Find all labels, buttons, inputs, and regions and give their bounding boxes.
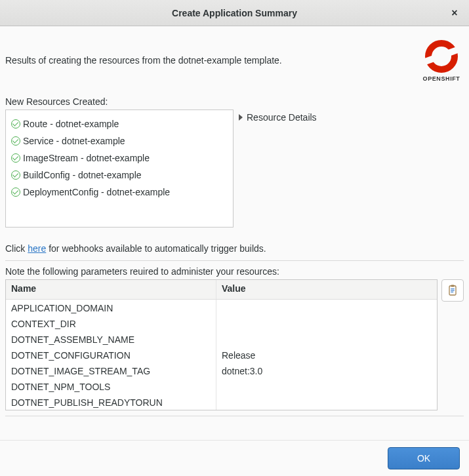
- result-summary-text: Results of creating the resources from t…: [5, 55, 282, 66]
- col-header-name[interactable]: Name: [6, 280, 216, 299]
- params-table: Name Value APPLICATION_DOMAIN CONTEXT_DI…: [5, 279, 438, 410]
- clipboard-icon: [447, 285, 458, 296]
- resource-label: DeploymentConfig - dotnet-example: [23, 185, 170, 199]
- webhook-link[interactable]: here: [28, 243, 46, 254]
- check-icon: [11, 119, 20, 129]
- resource-label: BuildConfig - dotnet-example: [23, 168, 142, 182]
- list-item[interactable]: Route - dotnet-example: [11, 115, 228, 132]
- webhook-hint: Click here for webhooks available to aut…: [5, 243, 464, 254]
- new-resources-label: New Resources Created:: [5, 96, 464, 107]
- param-value: [216, 394, 437, 410]
- table-row[interactable]: DOTNET_ASSEMBLY_NAME: [6, 331, 437, 347]
- check-icon: [11, 136, 20, 146]
- list-item[interactable]: Service - dotnet-example: [11, 132, 228, 149]
- resource-label: ImageStream - dotnet-example: [23, 151, 150, 165]
- svg-rect-5: [451, 290, 455, 290]
- list-item[interactable]: DeploymentConfig - dotnet-example: [11, 184, 228, 201]
- resources-list[interactable]: Route - dotnet-example Service - dotnet-…: [5, 109, 234, 228]
- param-name: DOTNET_PUBLISH_READYTORUN: [6, 394, 216, 410]
- list-item[interactable]: ImageStream - dotnet-example: [11, 149, 228, 167]
- param-name: CONTEXT_DIR: [6, 315, 216, 331]
- resource-label: Service - dotnet-example: [23, 134, 125, 148]
- svg-rect-6: [451, 292, 453, 292]
- close-icon[interactable]: ×: [448, 7, 461, 19]
- check-icon: [11, 153, 20, 163]
- resource-details-label: Resource Details: [247, 112, 317, 123]
- resource-label: Route - dotnet-example: [23, 117, 119, 131]
- table-row[interactable]: APPLICATION_DOMAIN: [6, 300, 437, 315]
- param-name: APPLICATION_DOMAIN: [6, 300, 216, 315]
- params-table-header: Name Value: [6, 280, 437, 300]
- param-name: DOTNET_IMAGE_STREAM_TAG: [6, 363, 216, 378]
- resource-details-toggle[interactable]: Resource Details: [239, 109, 317, 123]
- param-name: DOTNET_ASSEMBLY_NAME: [6, 331, 216, 347]
- svg-rect-4: [451, 288, 455, 289]
- table-row[interactable]: DOTNET_PUBLISH_READYTORUN: [6, 394, 437, 410]
- param-value: [216, 331, 437, 347]
- params-note: Note the following parameters reuired to…: [5, 266, 464, 277]
- webhook-prefix: Click: [5, 243, 28, 254]
- title-bar: Create Application Summary ×: [0, 0, 469, 26]
- col-header-value[interactable]: Value: [216, 280, 437, 299]
- table-row[interactable]: CONTEXT_DIR: [6, 315, 437, 331]
- param-name: DOTNET_NPM_TOOLS: [6, 378, 216, 394]
- svg-rect-3: [451, 285, 455, 287]
- param-value: dotnet:3.0: [216, 363, 437, 378]
- chevron-right-icon: [239, 114, 243, 121]
- openshift-logo: OPENSHIFT: [419, 38, 464, 82]
- separator: [5, 416, 464, 416]
- copy-to-clipboard-button[interactable]: [441, 279, 464, 302]
- param-value: [216, 315, 437, 331]
- webhook-suffix: for webhooks available to automatically …: [46, 243, 266, 254]
- check-icon: [11, 170, 20, 180]
- param-value: [216, 378, 437, 394]
- check-icon: [11, 188, 20, 197]
- param-value: Release: [216, 347, 437, 363]
- separator: [5, 260, 464, 261]
- table-row[interactable]: DOTNET_CONFIGURATIONRelease: [6, 347, 437, 363]
- ok-button[interactable]: OK: [388, 447, 460, 469]
- table-row[interactable]: DOTNET_IMAGE_STREAM_TAGdotnet:3.0: [6, 363, 437, 378]
- list-item[interactable]: BuildConfig - dotnet-example: [11, 167, 228, 184]
- param-value: [216, 300, 437, 315]
- window-title: Create Application Summary: [172, 8, 297, 18]
- dialog-footer: OK: [0, 440, 469, 476]
- openshift-logo-label: OPENSHIFT: [419, 75, 464, 82]
- table-row[interactable]: DOTNET_NPM_TOOLS: [6, 378, 437, 394]
- params-table-body: APPLICATION_DOMAIN CONTEXT_DIR DOTNET_AS…: [6, 300, 437, 410]
- param-name: DOTNET_CONFIGURATION: [6, 347, 216, 363]
- header-row: Results of creating the resources from t…: [5, 31, 464, 94]
